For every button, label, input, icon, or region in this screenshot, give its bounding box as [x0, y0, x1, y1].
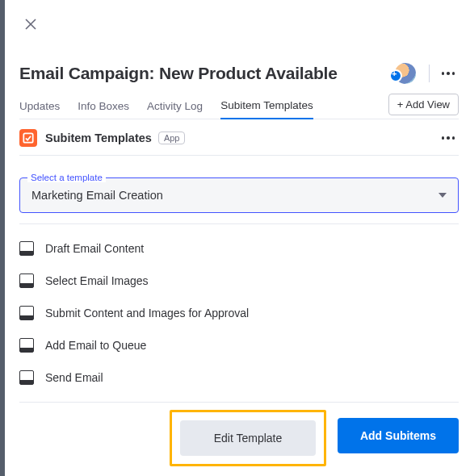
subitem-icon: [19, 370, 34, 385]
template-select-label: Select a template: [27, 173, 106, 182]
tab-updates[interactable]: Updates: [19, 100, 60, 119]
close-icon[interactable]: [24, 18, 40, 34]
avatar[interactable]: [395, 63, 416, 84]
section-more-icon[interactable]: [438, 127, 459, 148]
subitem-label: Draft Email Content: [45, 242, 144, 255]
tab-subitem-templates[interactable]: Subitem Templates: [220, 99, 313, 119]
template-select-value: Marketing Email Creation: [31, 189, 439, 202]
subitem-icon: [19, 273, 34, 288]
app-badge: App: [158, 132, 186, 144]
add-view-button[interactable]: + Add View: [388, 94, 459, 115]
list-item[interactable]: Add Email to Queue: [19, 329, 459, 361]
list-item[interactable]: Submit Content and Images for Approval: [19, 297, 459, 329]
tabs: Updates Info Boxes Activity Log Subitem …: [19, 94, 459, 119]
template-select[interactable]: Marketing Email Creation: [19, 177, 459, 213]
divider: [19, 155, 459, 156]
separator: [429, 65, 430, 82]
subitem-label: Select Email Images: [45, 274, 149, 287]
subitem-list: Draft Email Content Select Email Images …: [19, 232, 459, 394]
subitem-icon: [19, 338, 34, 353]
tab-info-boxes[interactable]: Info Boxes: [78, 100, 129, 119]
header: Email Campaign: New Product Available: [19, 63, 459, 84]
edit-template-button[interactable]: Edit Template: [180, 420, 316, 456]
subitem-icon: [19, 241, 34, 256]
subitem-icon: [19, 306, 34, 320]
actions-row: Edit Template Add Subitems: [19, 410, 459, 466]
add-subitems-button[interactable]: Add Subitems: [338, 418, 459, 453]
panel: Email Campaign: New Product Available Up…: [5, 0, 470, 476]
list-item[interactable]: Select Email Images: [19, 265, 459, 297]
subitem-label: Submit Content and Images for Approval: [45, 307, 249, 319]
divider: [19, 402, 459, 403]
page-title: Email Campaign: New Product Available: [19, 64, 395, 83]
section-title: Subitem Templates: [45, 132, 152, 144]
list-item[interactable]: Send Email: [19, 361, 459, 394]
section-header: Subitem Templates App: [19, 126, 459, 150]
list-item[interactable]: Draft Email Content: [19, 232, 459, 265]
subitem-label: Add Email to Queue: [45, 339, 146, 352]
chevron-down-icon: [439, 193, 447, 198]
highlight-annotation: Edit Template: [170, 410, 326, 466]
subitem-label: Send Email: [45, 371, 103, 384]
app-icon: [19, 129, 37, 147]
tab-activity-log[interactable]: Activity Log: [147, 100, 203, 119]
svg-rect-2: [23, 133, 32, 142]
divider: [19, 223, 459, 224]
template-select-wrap: Select a template Marketing Email Creati…: [19, 163, 459, 213]
more-menu-icon[interactable]: [438, 63, 459, 84]
